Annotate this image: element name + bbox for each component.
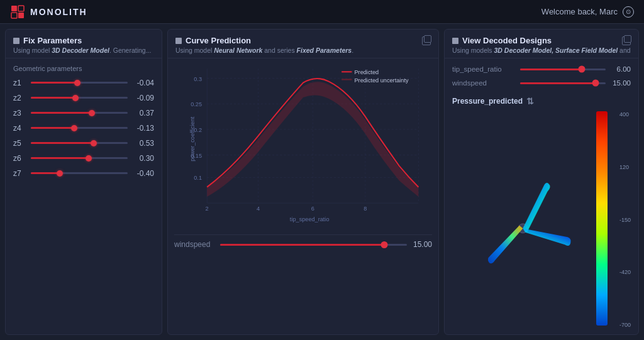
svg-text:6: 6 bbox=[311, 206, 314, 212]
windspeed-row: windspeed 15.00 bbox=[174, 234, 432, 249]
svg-rect-1 bbox=[18, 6, 24, 11]
param-slider-z7[interactable] bbox=[31, 172, 128, 175]
fix-panel-subtitle: Using model 3D Decoder Model. Generating… bbox=[13, 47, 154, 54]
ctrl-slider-windspeed[interactable] bbox=[520, 79, 606, 87]
ctrl-value-tip_speed_ratio: 6.00 bbox=[611, 65, 631, 73]
param-fill-z7 bbox=[31, 172, 60, 174]
view-copy-icon[interactable] bbox=[622, 36, 631, 45]
param-fill-z4 bbox=[31, 127, 74, 129]
view-panel-body: tip_speed_ratio6.00windspeed15.00 Pressu… bbox=[445, 58, 638, 334]
param-fill-z5 bbox=[31, 142, 94, 144]
ctrl-thumb-tip_speed_ratio bbox=[578, 66, 585, 73]
svg-text:Predicted uncertainty: Predicted uncertainty bbox=[355, 77, 409, 84]
copy-icon[interactable] bbox=[422, 36, 431, 45]
param-slider-z6[interactable] bbox=[31, 157, 128, 160]
ctrl-value-windspeed: 15.00 bbox=[611, 79, 631, 87]
colorbar-values: 400 120 -150 -420 -700 bbox=[619, 111, 631, 328]
param-fill-z6 bbox=[31, 157, 89, 159]
ctrl-label-windspeed: windspeed bbox=[452, 79, 515, 87]
curve-panel-subtitle: Using model Neural Network and series Fi… bbox=[175, 47, 431, 54]
param-slider-z5[interactable] bbox=[31, 142, 128, 145]
windspeed-fill bbox=[220, 244, 384, 246]
viz-container: 400 120 -150 -420 -700 bbox=[452, 111, 631, 328]
viz-label: Pressure_predicted bbox=[452, 97, 523, 106]
param-row-z3: z30.37 bbox=[13, 109, 154, 118]
param-row-z2: z2-0.09 bbox=[13, 94, 154, 102]
param-thumb-z2 bbox=[72, 95, 79, 101]
swap-icon[interactable]: ⇅ bbox=[526, 96, 534, 106]
param-thumb-z3 bbox=[89, 110, 95, 116]
param-fill-z3 bbox=[31, 112, 92, 114]
param-track-z4 bbox=[31, 127, 128, 129]
windspeed-thumb bbox=[381, 241, 388, 248]
param-track-z5 bbox=[31, 142, 128, 144]
param-fill-z1 bbox=[31, 82, 77, 84]
param-label-z6: z6 bbox=[13, 154, 27, 163]
blade-svg bbox=[455, 162, 581, 278]
viz-label-row: Pressure_predicted ⇅ bbox=[452, 96, 631, 106]
windspeed-value: 15.00 bbox=[412, 240, 432, 249]
view-panel-subtitle: Using models 3D Decoder Model, Surface F… bbox=[452, 47, 631, 54]
fix-parameters-panel: Fix Parameters Using model 3D Decoder Mo… bbox=[5, 29, 162, 335]
param-thumb-z1 bbox=[74, 80, 80, 86]
chart-area: 0.1 0.15 0.2 0.25 0.3 2 4 6 8 power_coef… bbox=[174, 62, 432, 232]
param-label-z4: z4 bbox=[13, 124, 27, 133]
param-row-z4: z4-0.13 bbox=[13, 124, 154, 133]
app-name: MONOLITH bbox=[30, 7, 87, 17]
param-label-z5: z5 bbox=[13, 139, 27, 148]
fix-panel-title: Fix Parameters bbox=[13, 36, 154, 45]
param-value-z1: -0.04 bbox=[131, 79, 154, 87]
svg-rect-3 bbox=[18, 13, 24, 18]
param-value-z4: -0.13 bbox=[131, 124, 154, 133]
logo-icon bbox=[10, 4, 25, 19]
svg-text:2: 2 bbox=[206, 206, 209, 212]
param-row-z5: z50.53 bbox=[13, 139, 154, 148]
nav-right: Welcome back, Marc ⊙ bbox=[541, 6, 634, 18]
param-value-z2: -0.09 bbox=[131, 94, 154, 102]
curve-title-icon bbox=[175, 38, 182, 44]
colorbar-gradient bbox=[596, 111, 608, 326]
param-track-z7 bbox=[31, 172, 128, 174]
control-row-tip_speed_ratio: tip_speed_ratio6.00 bbox=[452, 65, 631, 74]
svg-rect-2 bbox=[11, 13, 17, 18]
curve-chart: 0.1 0.15 0.2 0.25 0.3 2 4 6 8 power_coef… bbox=[174, 62, 432, 232]
windspeed-track bbox=[220, 244, 407, 246]
fix-panel-body: Geometric parameters z1-0.04z2-0.09z30.3… bbox=[6, 58, 162, 334]
param-track-z1 bbox=[31, 82, 128, 84]
ctrl-fill-windspeed bbox=[520, 82, 596, 84]
svg-rect-26 bbox=[341, 71, 352, 72]
param-row-z6: z60.30 bbox=[13, 154, 154, 163]
svg-text:tip_speed_ratio: tip_speed_ratio bbox=[290, 216, 330, 222]
ctrl-label-tip_speed_ratio: tip_speed_ratio bbox=[452, 65, 515, 73]
view-title-icon bbox=[452, 38, 458, 44]
windspeed-label: windspeed bbox=[174, 240, 215, 249]
view-decoded-panel: View Decoded Designs Using models 3D Dec… bbox=[444, 29, 639, 335]
param-value-z6: 0.30 bbox=[131, 154, 154, 163]
param-value-z7: -0.40 bbox=[131, 169, 154, 178]
svg-text:Predicted: Predicted bbox=[355, 69, 379, 75]
user-icon[interactable]: ⊙ bbox=[623, 6, 634, 18]
svg-text:0.25: 0.25 bbox=[191, 101, 202, 107]
fix-title-icon bbox=[13, 38, 19, 44]
ctrl-slider-tip_speed_ratio[interactable] bbox=[520, 65, 606, 74]
param-row-z1: z1-0.04 bbox=[13, 79, 154, 87]
param-track-z3 bbox=[31, 112, 128, 114]
param-slider-z2[interactable] bbox=[31, 97, 128, 99]
param-thumb-z7 bbox=[57, 170, 63, 177]
view-panel-header: View Decoded Designs Using models 3D Dec… bbox=[445, 30, 638, 58]
curve-prediction-panel: Curve Prediction Using model Neural Netw… bbox=[167, 29, 439, 335]
windspeed-slider[interactable] bbox=[220, 244, 407, 246]
svg-text:8: 8 bbox=[364, 206, 367, 212]
geometric-params-label: Geometric parameters bbox=[13, 65, 154, 72]
param-slider-z4[interactable] bbox=[31, 127, 128, 129]
ctrl-fill-tip_speed_ratio bbox=[520, 69, 582, 70]
param-slider-z1[interactable] bbox=[31, 82, 128, 84]
param-slider-z3[interactable] bbox=[31, 112, 128, 114]
param-label-z2: z2 bbox=[13, 94, 27, 102]
topnav: MONOLITH Welcome back, Marc ⊙ bbox=[0, 0, 644, 24]
ctrl-track-tip_speed_ratio bbox=[520, 69, 606, 70]
param-fill-z2 bbox=[31, 97, 75, 99]
control-row-windspeed: windspeed15.00 bbox=[452, 79, 631, 87]
fix-panel-header: Fix Parameters Using model 3D Decoder Mo… bbox=[6, 30, 162, 58]
param-label-z7: z7 bbox=[13, 169, 27, 178]
